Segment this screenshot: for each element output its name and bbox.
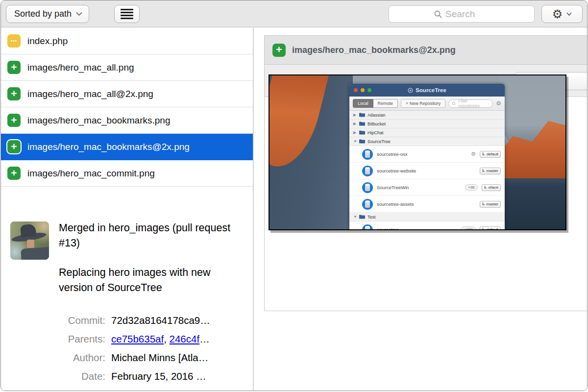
new-repository-button: + New Repository [401, 99, 445, 108]
added-status-icon: + [7, 167, 21, 180]
file-row-hero-mac-bookmarks-2x-selected[interactable]: + images/hero_mac_bookmarks@2x.png [1, 134, 253, 160]
diff-tool-window: Sorted by path ⚙ ••• index.php [0, 0, 588, 391]
folder-icon [359, 139, 365, 144]
repository-list: ▶ Atlassian ▶ Bitbucket [349, 111, 505, 229]
file-row-hero-mac-commit[interactable]: + images/hero_mac_commit.png [1, 160, 253, 187]
branch-icon [482, 152, 485, 156]
disclosure-icon: ▶ [353, 122, 357, 126]
commit-meta: Commit: 72d32a8164178ca9… Parents: ce75b… [1, 315, 253, 389]
filter-placeholder: Filter repositories [458, 98, 490, 108]
sourcetree-title: SourceTree [416, 87, 446, 93]
commit-details: Merged in hero_images (pull request #13)… [1, 214, 253, 391]
repo-group-sourcetree: ▼ SourceTree [349, 137, 505, 146]
meta-row-date: Date: February 15, 2016 … [1, 370, 253, 382]
group-label: HipChat [368, 130, 384, 135]
repo-group-hipchat: ▶ HipChat [349, 128, 505, 137]
toolbar: Sorted by path ⚙ [1, 0, 587, 27]
parent-commit-link-2[interactable]: 246c4f [170, 333, 200, 344]
search-field[interactable] [389, 5, 535, 23]
repo-group-test: ▼ Test [349, 213, 505, 221]
file-row-hero-mac-bookmarks[interactable]: + images/hero_mac_bookmarks.png [1, 107, 253, 134]
group-label: Bitbucket [368, 122, 386, 126]
sort-by-label: Sorted by path [14, 9, 72, 19]
repo-row-sourcetree-website: sourcetree-website master [349, 163, 505, 179]
parent-commit-link-1[interactable]: ce75b635af [111, 333, 164, 344]
tab-local: Local [353, 99, 373, 108]
repository-icon [362, 199, 373, 210]
branch-badge: master [480, 168, 501, 174]
branch-badge: vNext [482, 184, 501, 191]
added-status-icon: + [7, 61, 21, 74]
branch-badge: default [480, 151, 501, 158]
diff-container: + images/hero_mac_bookmarks@2x.png New b… [264, 35, 588, 311]
sourcetree-logo-icon [408, 88, 413, 93]
branch-icon [482, 169, 485, 173]
repo-group-atlassian: ▶ Atlassian [349, 111, 505, 120]
file-name: images/hero_mac_bookmarks@2x.png [27, 142, 190, 152]
commit-hash: 72d32a8164178ca9… [111, 315, 210, 326]
sourcetree-titlebar: SourceTree [349, 84, 505, 97]
search-icon [434, 10, 442, 19]
disclosure-icon: ▼ [353, 139, 357, 144]
sort-by-dropdown[interactable]: Sorted by path [6, 5, 89, 23]
gear-icon: ⚙ [496, 100, 501, 106]
added-status-icon: + [272, 44, 286, 57]
local-remote-segment: Local Remote [353, 99, 398, 108]
disclosure-icon: ▶ [353, 130, 357, 135]
file-name: images/hero_mac_all@2x.png [27, 89, 153, 99]
repository-icon [362, 166, 373, 176]
file-row-hero-mac-all-2x[interactable]: + images/hero_mac_all@2x.png [1, 81, 253, 107]
search-input[interactable] [445, 9, 490, 20]
diff-panel: + images/hero_mac_bookmarks@2x.png New b… [254, 28, 587, 391]
binary-preview-image: SourceTree Local Remote + New Repository [269, 74, 566, 230]
date-value: February 15, 2016 … [111, 370, 206, 382]
file-name: images/hero_mac_commit.png [27, 168, 155, 179]
repo-group-bitbucket: ▶ Bitbucket [349, 120, 505, 128]
file-row-index-php[interactable]: ••• index.php [1, 28, 253, 54]
search-icon [452, 101, 456, 106]
file-name: images/hero_mac_bookmarks.png [27, 115, 171, 126]
repo-row-sourcetreewin: SourceTreeWin +96 vNext [349, 179, 505, 196]
repo-name: SourceTreeWin [377, 185, 461, 190]
date-label: Date: [1, 370, 111, 382]
parents-separator: , [164, 333, 169, 344]
diff-filename: images/hero_mac_bookmarks@2x.png [292, 45, 456, 55]
file-name: index.php [27, 36, 68, 47]
file-row-hero-mac-all[interactable]: + images/hero_mac_all.png [1, 54, 253, 81]
diff-file-header: + images/hero_mac_bookmarks@2x.png [265, 36, 588, 65]
repo-name: sourcetree-assets [377, 201, 476, 207]
branch-icon [484, 185, 487, 190]
added-status-icon: + [7, 87, 21, 100]
tab-remote: Remote [373, 99, 398, 108]
repo-name: sourcetree-website [377, 168, 476, 173]
repo-name: sourcetree [377, 227, 457, 229]
list-view-button[interactable] [114, 5, 140, 23]
traffic-lights-icon [354, 88, 371, 92]
meta-row-parents: Parents: ce75b635af, 246c4f… [1, 333, 253, 345]
author-avatar [10, 221, 49, 260]
list-lines-icon [121, 9, 133, 19]
gear-icon: ⚙ [552, 8, 563, 20]
group-label: SourceTree [368, 139, 391, 144]
sourcetree-toolbar: Local Remote + New Repository Filter rep… [349, 97, 505, 111]
added-status-icon: + [7, 140, 21, 153]
group-label: Test [368, 215, 376, 220]
sourcetree-app-window: SourceTree Local Remote + New Repository [349, 84, 505, 229]
branch-badge: default [480, 226, 501, 230]
chevron-down-icon [566, 12, 572, 16]
modified-status-icon: ••• [7, 34, 21, 48]
repo-name: sourcetree-osx [377, 151, 467, 157]
folder-icon [359, 122, 365, 126]
commit-message-title: Merged in hero_images (pull request #13) [59, 220, 246, 250]
disclosure-icon: ▶ [353, 113, 357, 117]
file-name: images/hero_mac_all.png [27, 62, 134, 73]
filter-repositories-field: Filter repositories [448, 99, 493, 108]
commit-message: Merged in hero_images (pull request #13)… [59, 220, 246, 295]
ahead-count-badge: +329 [461, 226, 476, 229]
settings-dropdown-button[interactable]: ⚙ [541, 5, 583, 23]
parents-label: Parents: [1, 333, 111, 345]
file-list-panel: ••• index.php + images/hero_mac_all.png … [1, 28, 253, 391]
disclosure-icon: ▼ [353, 215, 357, 219]
commit-label: Commit: [1, 315, 111, 326]
branch-badge: master [480, 201, 501, 208]
